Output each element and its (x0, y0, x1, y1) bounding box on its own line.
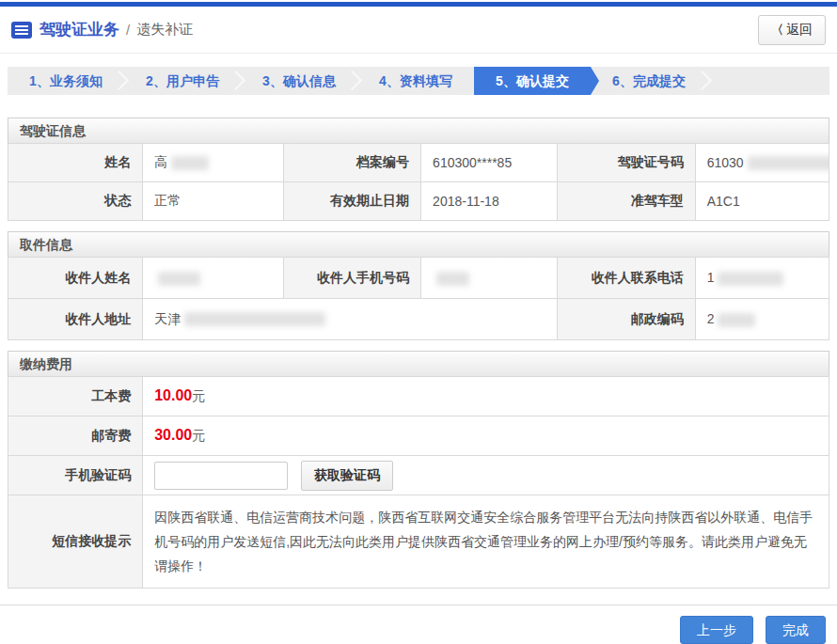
field-value-recipient-phone: 1 (695, 258, 829, 299)
step-label: 3、确认信息 (262, 73, 336, 88)
field-value-production-fee: 10.00元 (143, 377, 829, 416)
field-value-license-no: 61030 (695, 144, 829, 182)
verification-code-input[interactable] (154, 462, 288, 490)
pickup-section-title: 取件信息 (8, 231, 829, 258)
table-row: 短信接收提示 因陕西省联通、电信运营商技术问题，陕西省互联网交通安全综合服务管理… (8, 495, 829, 589)
step-label: 4、资料填写 (379, 73, 452, 88)
table-row: 邮寄费 30.00元 (8, 416, 829, 456)
field-label: 姓名 (8, 144, 143, 182)
field-value-recipient-name (143, 258, 284, 299)
step-6-complete-submit[interactable]: 6、完成提交 (591, 67, 707, 95)
table-row: 收件人地址 天津 邮政编码 2 (8, 299, 829, 340)
fee-unit: 元 (192, 428, 205, 443)
value-text: 61030 (707, 155, 744, 170)
field-label: 准驾车型 (558, 182, 696, 221)
step-label: 5、确认提交 (496, 73, 569, 88)
field-label: 邮寄费 (8, 416, 143, 456)
value-text: 2018-11-18 (433, 194, 499, 209)
step-wizard: 1、业务须知 2、用户申告 3、确认信息 4、资料填写 5、确认提交 6、完成提… (8, 67, 829, 95)
footer-actions: 上一步 完成 (0, 605, 837, 644)
field-label: 驾驶证号码 (558, 144, 696, 182)
value-text: 正常 (154, 193, 181, 208)
sms-notice-text: 因陕西省联通、电信运营商技术问题，陕西省互联网交通安全综合服务管理平台无法向持陕… (143, 495, 829, 589)
value-text: A1C1 (707, 194, 740, 209)
table-row: 手机验证码 获取验证码 (8, 456, 829, 495)
step-label: 2、用户申告 (146, 73, 219, 88)
redacted-value (436, 272, 469, 286)
list-icon (11, 22, 32, 39)
value-text: 天津 (154, 311, 181, 326)
redacted-value (171, 156, 209, 170)
redacted-value (748, 156, 829, 170)
step-label: 1、业务须知 (29, 73, 103, 88)
step-wizard-tail (707, 67, 829, 95)
field-label: 收件人姓名 (8, 258, 143, 299)
table-row: 姓名 高 档案编号 610300****85 驾驶证号码 61030 (8, 144, 829, 182)
license-section-title: 驾驶证信息 (8, 118, 829, 144)
page-header: 驾驶证业务 / 遗失补证 〈 返回 (0, 7, 837, 54)
table-row: 状态 正常 有效期止日期 2018-11-18 准驾车型 A1C1 (8, 182, 829, 221)
fees-section-title: 缴纳费用 (8, 351, 829, 377)
redacted-value (718, 272, 783, 286)
value-text: 高 (154, 154, 167, 169)
fees-table: 工本费 10.00元 邮寄费 30.00元 手机验证码 获取验证码 短信接收提示… (8, 376, 829, 589)
field-label: 档案编号 (284, 144, 421, 182)
step-4-fill-info[interactable]: 4、资料填写 (357, 67, 474, 95)
field-value-expiry: 2018-11-18 (421, 182, 558, 221)
field-value-postal-code: 2 (695, 299, 829, 340)
field-label: 收件人联系电话 (558, 258, 696, 299)
step-5-confirm-submit[interactable]: 5、确认提交 (474, 67, 591, 95)
field-label: 有效期止日期 (284, 182, 421, 221)
fee-amount: 30.00 (154, 427, 192, 443)
step-2-user-declaration[interactable]: 2、用户申告 (124, 67, 241, 95)
step-label: 6、完成提交 (612, 73, 686, 88)
page-title: 驾驶证业务 (39, 19, 119, 40)
field-value-recipient-mobile (421, 258, 558, 299)
verification-cell: 获取验证码 (143, 456, 829, 495)
redacted-value (184, 312, 325, 326)
field-label: 手机验证码 (8, 456, 143, 495)
page-subtitle: 遗失补证 (136, 21, 193, 39)
field-value-recipient-address: 天津 (143, 299, 558, 340)
title-separator: / (126, 22, 130, 38)
back-button[interactable]: 〈 返回 (758, 15, 826, 45)
back-button-label: 返回 (786, 22, 813, 39)
previous-step-button[interactable]: 上一步 (680, 616, 753, 644)
pickup-info-section: 取件信息 收件人姓名 收件人手机号码 收件人联系电话 1 收件人地址 天津 邮政… (8, 231, 829, 340)
field-label: 收件人手机号码 (284, 258, 421, 299)
license-info-table: 姓名 高 档案编号 610300****85 驾驶证号码 61030 状态 正常… (8, 143, 829, 221)
field-label: 收件人地址 (8, 299, 143, 340)
field-label: 状态 (8, 182, 143, 221)
redacted-value (718, 313, 755, 327)
get-verification-code-button[interactable]: 获取验证码 (301, 461, 393, 491)
step-1-business-notes[interactable]: 1、业务须知 (8, 67, 124, 95)
table-row: 工本费 10.00元 (8, 377, 829, 416)
field-label: 邮政编码 (558, 299, 696, 340)
value-text: 610300****85 (433, 155, 512, 170)
chevron-left-icon: 〈 (771, 22, 783, 39)
field-label: 短信接收提示 (8, 495, 143, 589)
field-value-name: 高 (143, 144, 284, 182)
field-value-postage-fee: 30.00元 (143, 416, 829, 456)
field-value-vehicle-class: A1C1 (695, 182, 829, 221)
fee-unit: 元 (192, 388, 205, 403)
redacted-value (158, 272, 200, 286)
value-text: 2 (707, 311, 715, 326)
field-value-file-no: 610300****85 (421, 144, 558, 182)
fees-section: 缴纳费用 工本费 10.00元 邮寄费 30.00元 手机验证码 获取验证码 短… (8, 351, 829, 589)
pickup-info-table: 收件人姓名 收件人手机号码 收件人联系电话 1 收件人地址 天津 邮政编码 2 (8, 257, 829, 340)
table-row: 收件人姓名 收件人手机号码 收件人联系电话 1 (8, 258, 829, 299)
license-info-section: 驾驶证信息 姓名 高 档案编号 610300****85 驾驶证号码 61030… (8, 118, 829, 221)
field-label: 工本费 (8, 377, 143, 416)
value-text: 1 (707, 270, 715, 285)
field-value-status: 正常 (143, 182, 284, 221)
finish-button[interactable]: 完成 (766, 616, 826, 644)
step-3-confirm-info[interactable]: 3、确认信息 (241, 67, 357, 95)
fee-amount: 10.00 (154, 387, 192, 403)
